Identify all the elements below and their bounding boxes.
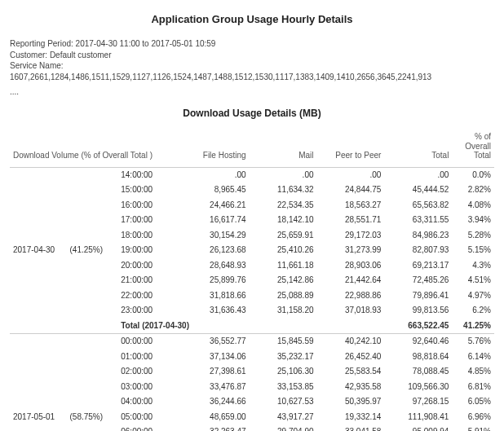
- group-date: 2017-05-01: [10, 334, 66, 432]
- total-cell: 84,986.23: [384, 228, 452, 244]
- col-header-total: Total: [384, 127, 452, 167]
- file-hosting-cell: 33,476.87: [182, 380, 250, 395]
- file-hosting-cell: 32,263.47: [182, 424, 250, 431]
- mail-cell: 22,534.35: [250, 198, 317, 213]
- time-cell: 02:00:00: [117, 364, 181, 380]
- mail-cell: 11,634.32: [250, 183, 317, 198]
- col-header-file-hosting: File Hosting: [182, 127, 250, 167]
- total-cell: 63,311.55: [384, 213, 452, 228]
- total-cell: 78,088.45: [384, 364, 452, 380]
- total-cell: 109,566.30: [384, 380, 452, 395]
- time-cell: 06:00:00: [117, 424, 181, 431]
- pct-cell: 6.96%: [452, 410, 494, 425]
- total-cell: 95,009.94: [384, 424, 452, 431]
- time-cell: 21:00:00: [117, 273, 181, 288]
- peer-to-peer-cell: 50,395.97: [317, 394, 385, 410]
- file-hosting-cell: 37,134.06: [182, 350, 250, 365]
- peer-to-peer-cell: 40,242.10: [317, 334, 385, 350]
- file-hosting-cell: 8,965.45: [182, 183, 250, 198]
- file-hosting-cell: 48,659.00: [182, 410, 250, 425]
- file-hosting-cell: 36,244.66: [182, 394, 250, 410]
- peer-to-peer-cell: 28,551.71: [317, 213, 385, 228]
- subtotal-total: 663,522.45: [384, 319, 452, 334]
- mail-cell: 35,232.17: [250, 350, 317, 365]
- time-cell: 15:00:00: [117, 183, 181, 198]
- peer-to-peer-cell: 26,452.40: [317, 350, 385, 365]
- peer-to-peer-cell: 29,172.03: [317, 228, 385, 244]
- time-cell: 23:00:00: [117, 303, 181, 319]
- total-cell: 65,563.82: [384, 198, 452, 213]
- mail-cell: 29,704.90: [250, 424, 317, 431]
- usage-table-body: 2017-04-30(41.25%)14:00:00.00.00.00.000.…: [10, 167, 494, 431]
- peer-to-peer-cell: 28,903.06: [317, 258, 385, 274]
- file-hosting-cell: 30,154.29: [182, 228, 250, 244]
- pct-cell: 4.3%: [452, 258, 494, 274]
- total-cell: .00: [384, 167, 452, 183]
- pct-cell: 4.85%: [452, 364, 494, 380]
- total-cell: 69,213.17: [384, 258, 452, 274]
- total-cell: 99,813.56: [384, 303, 452, 319]
- col-header-download-volume: Download Volume (% of Overall Total ): [10, 127, 182, 167]
- mail-cell: 43,917.27: [250, 410, 317, 425]
- usage-table: Download Volume (% of Overall Total ) Fi…: [10, 127, 494, 431]
- file-hosting-cell: 31,636.43: [182, 303, 250, 319]
- total-cell: 45,444.52: [384, 183, 452, 198]
- peer-to-peer-cell: 19,332.14: [317, 410, 385, 425]
- subtotal-pct: 41.25%: [452, 319, 494, 334]
- mail-cell: 25,659.91: [250, 228, 317, 244]
- total-cell: 72,485.26: [384, 273, 452, 288]
- pct-cell: 4.08%: [452, 198, 494, 213]
- pct-cell: 5.15%: [452, 243, 494, 258]
- total-cell: 97,268.15: [384, 394, 452, 410]
- time-cell: 14:00:00: [117, 167, 181, 183]
- time-cell: 19:00:00: [117, 243, 181, 258]
- pct-cell: 0.0%: [452, 167, 494, 183]
- mail-cell: 25,088.89: [250, 288, 317, 304]
- mail-cell: 25,106.30: [250, 364, 317, 380]
- mail-cell: .00: [250, 167, 317, 183]
- peer-to-peer-cell: 42,935.58: [317, 380, 385, 395]
- column-header-row: Download Volume (% of Overall Total ) Fi…: [10, 127, 494, 167]
- col-header-pct: % of Overall Total: [452, 127, 494, 167]
- mail-cell: 25,142.86: [250, 273, 317, 288]
- page-title: Application Group Usage Hourly Details: [10, 13, 494, 25]
- pct-cell: 6.81%: [452, 380, 494, 395]
- table-row: 2017-04-30(41.25%)14:00:00.00.00.00.000.…: [10, 167, 494, 183]
- peer-to-peer-cell: .00: [317, 167, 385, 183]
- col-header-peer-to-peer: Peer to Peer: [317, 127, 385, 167]
- group-date: 2017-04-30: [10, 167, 66, 334]
- pct-cell: 5.28%: [452, 228, 494, 244]
- peer-to-peer-cell: 21,442.64: [317, 273, 385, 288]
- file-hosting-cell: 36,552.77: [182, 334, 250, 350]
- time-cell: 18:00:00: [117, 228, 181, 244]
- time-cell: 05:00:00: [117, 410, 181, 425]
- peer-to-peer-cell: 22,988.86: [317, 288, 385, 304]
- time-cell: 20:00:00: [117, 258, 181, 274]
- total-cell: 98,818.64: [384, 350, 452, 365]
- total-cell: 82,807.93: [384, 243, 452, 258]
- pct-cell: 4.51%: [452, 273, 494, 288]
- mail-cell: 33,153.85: [250, 380, 317, 395]
- pct-cell: 2.82%: [452, 183, 494, 198]
- file-hosting-cell: 25,899.76: [182, 273, 250, 288]
- report-metadata-truncation: ....: [10, 87, 494, 96]
- time-cell: 01:00:00: [117, 350, 181, 365]
- time-cell: 22:00:00: [117, 288, 181, 304]
- mail-cell: 10,627.53: [250, 394, 317, 410]
- pct-cell: 6.14%: [452, 350, 494, 365]
- subtotal-file-hosting: [182, 319, 250, 334]
- time-cell: 16:00:00: [117, 198, 181, 213]
- table-row: 2017-05-01(58.75%)00:00:0036,552.7715,84…: [10, 334, 494, 350]
- total-cell: 92,640.46: [384, 334, 452, 350]
- pct-cell: 4.97%: [452, 288, 494, 304]
- mail-cell: 11,661.18: [250, 258, 317, 274]
- time-cell: 17:00:00: [117, 213, 181, 228]
- peer-to-peer-cell: 25,583.54: [317, 364, 385, 380]
- group-share: (41.25%): [66, 167, 117, 334]
- file-hosting-cell: 16,617.74: [182, 213, 250, 228]
- group-share: (58.75%): [66, 334, 117, 432]
- file-hosting-cell: 24,466.21: [182, 198, 250, 213]
- file-hosting-cell: 31,818.66: [182, 288, 250, 304]
- time-cell: 04:00:00: [117, 394, 181, 410]
- mail-cell: 31,158.20: [250, 303, 317, 319]
